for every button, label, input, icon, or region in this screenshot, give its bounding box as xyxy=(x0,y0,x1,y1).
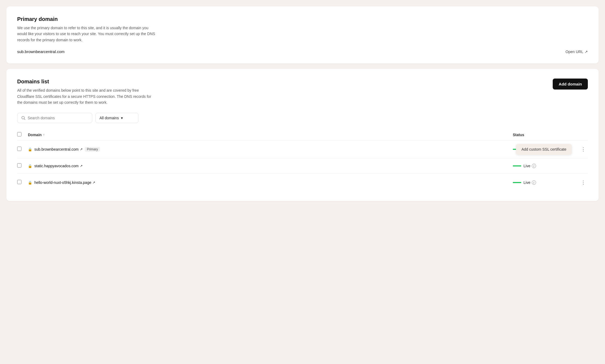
domains-list-info: Domains list All of the verified domains… xyxy=(17,79,157,105)
row3-domain-link[interactable]: hello-world-nuxt-o5hkj.kinsta.page ↗ xyxy=(34,180,95,185)
filter-label: All domains xyxy=(99,116,119,120)
status-column-header: Status xyxy=(513,133,572,137)
domains-list-description: All of the verified domains below point … xyxy=(17,87,157,105)
domains-list-title: Domains list xyxy=(17,79,157,85)
chevron-down-icon: ▾ xyxy=(121,116,123,120)
primary-domain-title: Primary domain xyxy=(17,16,588,22)
row1-checkbox-cell xyxy=(17,147,28,152)
select-all-checkbox[interactable] xyxy=(17,132,21,136)
external-link-icon: ↗ xyxy=(585,50,588,54)
row2-status-cell: Live i xyxy=(513,164,572,168)
row3-more-button[interactable]: ⋮ xyxy=(579,179,588,187)
primary-domain-value: sub.brownbearcentral.com xyxy=(17,49,65,54)
row1-domain-name: sub.brownbearcentral.com xyxy=(34,147,79,151)
primary-badge: Primary xyxy=(85,147,100,152)
row3-external-link-icon: ↗ xyxy=(93,181,95,184)
row2-checkbox[interactable] xyxy=(17,163,21,168)
table-row: 🔒 static.happyavocados.com ↗ Live i xyxy=(17,158,588,174)
row2-status-label: Live xyxy=(523,164,530,168)
open-url-link[interactable]: Open URL ↗ xyxy=(566,50,588,54)
row2-domain-link[interactable]: static.happyavocados.com ↗ xyxy=(34,164,83,168)
primary-domain-description: We use the primary domain to refer to th… xyxy=(17,25,157,43)
row2-status-text: Live i xyxy=(523,164,536,168)
row1-more-button[interactable]: ⋮ xyxy=(579,145,588,153)
row1-domain-link[interactable]: sub.brownbearcentral.com ↗ xyxy=(34,147,83,151)
search-icon xyxy=(21,116,25,120)
lock-icon: 🔒 xyxy=(28,147,32,151)
header-checkbox-cell xyxy=(17,132,28,138)
domain-column-header[interactable]: Domain ↑ xyxy=(28,133,513,137)
row3-checkbox-cell xyxy=(17,180,28,185)
row2-checkbox-cell xyxy=(17,163,28,169)
domain-header-label: Domain xyxy=(28,133,42,137)
row3-info-icon[interactable]: i xyxy=(532,180,536,185)
row3-status-label: Live xyxy=(523,180,530,185)
row2-info-icon[interactable]: i xyxy=(532,164,536,168)
add-domain-button[interactable]: Add domain xyxy=(553,79,588,90)
lock-icon: 🔒 xyxy=(28,164,32,168)
status-header-label: Status xyxy=(513,133,524,137)
status-bar xyxy=(513,165,521,166)
row3-domain-cell: 🔒 hello-world-nuxt-o5hkj.kinsta.page ↗ xyxy=(28,180,513,185)
filters-row: All domains ▾ xyxy=(17,113,588,123)
domains-list-card: Domains list All of the verified domains… xyxy=(6,69,599,201)
row1-checkbox[interactable] xyxy=(17,147,21,151)
row2-external-link-icon: ↗ xyxy=(80,164,83,168)
status-bar xyxy=(513,182,521,183)
primary-domain-card: Primary domain We use the primary domain… xyxy=(6,6,599,64)
search-box[interactable] xyxy=(17,113,92,123)
row2-domain-name: static.happyavocados.com xyxy=(34,164,79,168)
row1-domain-cell: 🔒 sub.brownbearcentral.com ↗ Primary xyxy=(28,147,513,152)
primary-domain-row: sub.brownbearcentral.com Open URL ↗ xyxy=(17,49,588,54)
table-row: 🔒 hello-world-nuxt-o5hkj.kinsta.page ↗ L… xyxy=(17,174,588,191)
sort-arrow-icon: ↑ xyxy=(43,133,45,137)
all-domains-filter[interactable]: All domains ▾ xyxy=(95,113,138,123)
row3-status-text: Live i xyxy=(523,180,536,185)
search-input[interactable] xyxy=(28,116,88,120)
row1-external-link-icon: ↗ xyxy=(80,147,83,151)
ssl-tooltip[interactable]: Add custom SSL certificate xyxy=(516,144,572,155)
domains-list-header: Domains list All of the verified domains… xyxy=(17,79,588,105)
open-url-label: Open URL xyxy=(566,50,583,54)
row3-checkbox[interactable] xyxy=(17,180,21,184)
table-header: Domain ↑ Status xyxy=(17,129,588,140)
row2-domain-cell: 🔒 static.happyavocados.com ↗ xyxy=(28,164,513,168)
row1-actions-cell: Add custom SSL certificate ⋮ xyxy=(572,145,588,153)
svg-line-1 xyxy=(24,119,25,120)
table-row: 🔒 sub.brownbearcentral.com ↗ Primary Liv… xyxy=(17,140,588,158)
lock-icon: 🔒 xyxy=(28,181,32,185)
row3-actions-cell: ⋮ xyxy=(572,179,588,187)
row3-status-cell: Live i xyxy=(513,180,572,185)
row3-domain-name: hello-world-nuxt-o5hkj.kinsta.page xyxy=(34,180,91,185)
